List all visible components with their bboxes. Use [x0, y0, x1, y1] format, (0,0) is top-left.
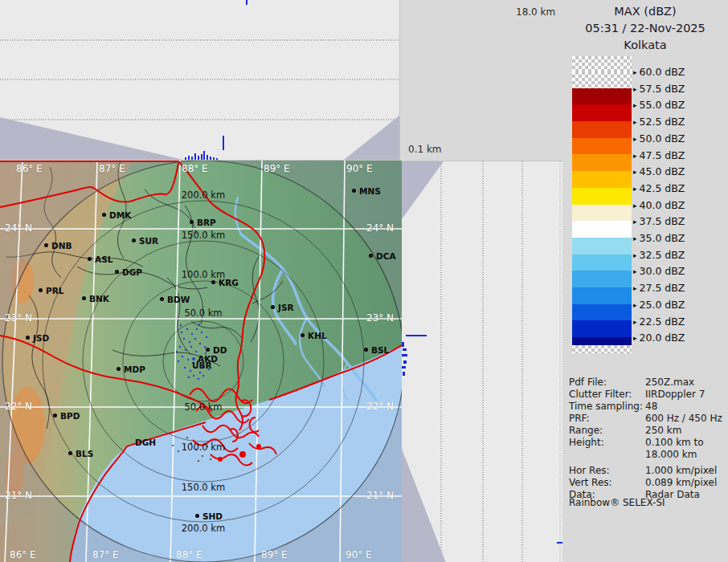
legend-tick-arrow-icon: ▸: [633, 185, 637, 193]
legend-tick-arrow-icon: ▸: [633, 301, 637, 309]
metadata-value: IIRDoppler 7: [645, 389, 705, 400]
legend-value-label: ▸30.0 dBZ: [633, 265, 685, 277]
metadata-label: Hor Res:: [569, 465, 610, 476]
legend-band: [572, 287, 632, 304]
legend-colorbar: [572, 56, 632, 353]
legend-band: [572, 271, 632, 287]
legend-value-label: ▸52.5 dBZ: [633, 116, 685, 128]
product-datetime: 05:31 / 22-Nov-2025: [562, 20, 728, 37]
right-profile-strip: [402, 161, 562, 562]
legend-band: [572, 337, 632, 345]
echo-height-profile: [185, 0, 247, 160]
legend-band: [572, 205, 632, 222]
legend-tick-arrow-icon: ▸: [633, 152, 637, 160]
metadata-value: 48: [645, 401, 657, 412]
height-axis-min-label: 0.1 km: [408, 144, 442, 155]
legend-value-label: ▸20.0 dBZ: [633, 332, 685, 344]
metadata-value: 1.000 km/pixel: [645, 465, 717, 476]
metadata-value: 250 km: [645, 425, 681, 436]
metadata-label: Time sampling:: [569, 401, 643, 412]
metadata-label: Range:: [569, 425, 603, 436]
legend-band: [572, 104, 632, 121]
legend-band: [572, 345, 632, 353]
legend-tick-arrow-icon: ▸: [633, 85, 637, 93]
legend-band: [572, 154, 632, 171]
legend-value-label: ▸25.0 dBZ: [633, 299, 685, 311]
metadata-value: 600 Hz / 450 Hz: [645, 413, 722, 424]
radar-display-window: 18.0 km 0.1 km: [0, 0, 728, 562]
metadata-value: 18.000 km: [645, 449, 697, 460]
legend-value-label: ▸27.5 dBZ: [633, 282, 685, 294]
height-gridlines: [0, 40, 399, 120]
height-axis-max-label: 18.0 km: [516, 6, 555, 18]
legend-band: [572, 238, 632, 255]
legend-band: [572, 320, 632, 337]
legend-value-label: ▸47.5 dBZ: [633, 149, 685, 161]
legend-value-label: ▸45.0 dBZ: [633, 165, 685, 177]
legend-tick-arrow-icon: ▸: [633, 234, 637, 242]
legend-band: [572, 71, 632, 88]
metadata-label: Height:: [569, 437, 604, 448]
metadata-label: Pdf File:: [569, 377, 607, 388]
legend-tick-arrow-icon: ▸: [633, 284, 637, 292]
metadata-value: 0.100 km to: [645, 437, 704, 448]
legend-value-label: ▸55.0 dBZ: [633, 99, 685, 111]
legend-tick-arrow-icon: ▸: [633, 218, 637, 226]
metadata-label: PRF:: [569, 413, 590, 424]
legend-panel: MAX (dBZ) 05:31 / 22-Nov-2025 Kolkata ▸6…: [562, 0, 728, 562]
metadata-label: Clutter Filter:: [569, 389, 632, 400]
legend-value-label: ▸22.5 dBZ: [633, 316, 685, 328]
legend-band: [572, 56, 632, 71]
legend-band: [572, 171, 632, 188]
site-name: Kolkata: [562, 37, 728, 54]
legend-tick-arrow-icon: ▸: [633, 135, 637, 143]
metadata-label: Vert Res:: [569, 477, 612, 488]
legend-band: [572, 121, 632, 138]
software-branding: Rainbow® SELEX-SI: [569, 497, 665, 508]
legend-tick-arrow-icon: ▸: [633, 202, 637, 210]
legend-value-label: ▸50.0 dBZ: [633, 132, 685, 145]
legend-tick-arrow-icon: ▸: [633, 318, 637, 326]
right-profile-graphics: [402, 161, 562, 562]
legend-band: [572, 88, 632, 105]
legend-band: [572, 304, 632, 321]
legend-tick-arrow-icon: ▸: [633, 334, 637, 342]
map-graphics: [0, 161, 402, 562]
top-profile-strip: [0, 0, 400, 161]
top-profile-graphics: [0, 0, 399, 160]
legend-tick-arrow-icon: ▸: [633, 101, 637, 109]
legend-tick-arrow-icon: ▸: [633, 68, 637, 76]
legend-band: [572, 221, 632, 238]
radar-map: MNSDMKBRPSURDNBASLDCADGPKRGPRLBNKBDWJSRK…: [0, 161, 402, 562]
legend-tick-arrow-icon: ▸: [633, 267, 637, 275]
legend-title-block: MAX (dBZ) 05:31 / 22-Nov-2025 Kolkata: [562, 3, 728, 54]
legend-band: [572, 138, 632, 155]
legend-tick-arrow-icon: ▸: [633, 251, 637, 259]
legend-tick-arrow-icon: ▸: [633, 118, 637, 126]
legend-value-label: ▸37.5 dBZ: [633, 215, 685, 227]
legend-value-label: ▸60.0 dBZ: [633, 66, 685, 78]
legend-value-label: ▸42.5 dBZ: [633, 182, 685, 194]
product-title: MAX (dBZ): [562, 3, 728, 20]
legend-value-label: ▸35.0 dBZ: [633, 232, 685, 244]
metadata-value: 0.089 km/pixel: [645, 477, 717, 488]
legend-value-label: ▸32.5 dBZ: [633, 249, 685, 261]
legend-band: [572, 188, 632, 205]
legend-value-label: ▸57.5 dBZ: [633, 83, 685, 95]
legend-tick-arrow-icon: ▸: [633, 168, 637, 176]
height-gridlines: [441, 161, 560, 562]
legend-value-label: ▸40.0 dBZ: [633, 199, 685, 211]
legend-band: [572, 255, 632, 271]
out-of-range-wedges: [0, 116, 399, 160]
out-of-range-wedges: [402, 161, 446, 562]
metadata-value: 250Z.max: [645, 377, 694, 388]
